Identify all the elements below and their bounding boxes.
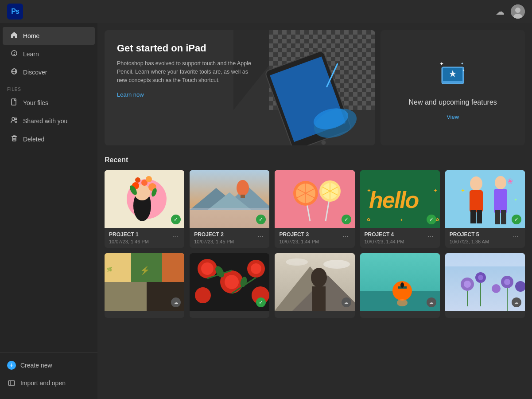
banner-main-content: Get started on iPad Photoshop has evolve… <box>117 43 252 98</box>
topbar: Ps ☁ <box>0 0 532 23</box>
project-menu-4[interactable]: ··· <box>426 231 435 241</box>
project-card-8[interactable]: ☁ <box>275 253 354 318</box>
project-check-5: ✓ <box>512 215 521 224</box>
sidebar-item-home[interactable]: Home <box>3 27 95 45</box>
svg-text:✦: ✦ <box>400 218 403 222</box>
project-card-9[interactable]: ☁ <box>360 253 440 318</box>
svg-rect-111 <box>312 286 326 311</box>
home-label: Home <box>23 32 39 39</box>
your-files-label: Your files <box>23 99 48 106</box>
svg-point-100 <box>251 263 261 274</box>
svg-text:✦: ✦ <box>461 188 465 194</box>
project-date-2: 10/07/23, 1:45 PM <box>194 239 234 244</box>
project-name-2: PROJECT 2 <box>194 231 234 238</box>
project-card-6[interactable]: 🌿 ⚡ ☁ <box>105 253 184 318</box>
project-menu-5[interactable]: ··· <box>511 231 520 241</box>
project-card-1[interactable]: ✓ PROJECT 1 10/07/23, 1:46 PM ··· <box>105 170 184 248</box>
banners: Get started on iPad Photoshop has evolve… <box>105 30 525 145</box>
file-icon <box>10 98 19 107</box>
svg-point-51 <box>237 180 249 196</box>
sidebar-item-your-files[interactable]: Your files <box>3 94 95 112</box>
svg-text:✦: ✦ <box>367 188 371 194</box>
svg-text:🌿: 🌿 <box>107 266 113 272</box>
sidebar-item-deleted[interactable]: Deleted <box>3 130 95 148</box>
avatar[interactable] <box>511 4 525 19</box>
project-cloud-badge-8: ☁ <box>342 297 351 307</box>
svg-point-44 <box>146 176 152 182</box>
project-name-3: PROJECT 3 <box>279 231 319 238</box>
project-info-2: PROJECT 2 10/07/23, 1:45 PM ··· <box>190 228 269 248</box>
create-new-button[interactable]: + Create new <box>0 356 97 374</box>
project-card-3[interactable]: ✓ PROJECT 3 10/07/23, 1:44 PM ··· <box>275 170 354 248</box>
main-layout: Home Learn Discover FILES Your files <box>0 23 532 399</box>
project-card-10[interactable]: ☁ <box>445 253 525 318</box>
project-cloud-badge-10: ☁ <box>512 297 521 307</box>
project-card-2[interactable]: ✓ PROJECT 2 10/07/23, 1:45 PM ··· <box>190 170 269 248</box>
svg-point-75 <box>470 176 482 191</box>
sidebar-nav: Home Learn Discover FILES Your files <box>0 27 97 352</box>
svg-rect-132 <box>445 253 525 266</box>
project-card-7[interactable]: ✓ <box>190 253 269 318</box>
svg-point-112 <box>323 260 350 269</box>
svg-rect-76 <box>470 190 483 212</box>
sidebar: Home Learn Discover FILES Your files <box>0 23 97 399</box>
svg-point-10 <box>12 117 15 120</box>
deleted-label: Deleted <box>23 136 44 143</box>
features-banner[interactable]: ✦ ✦ ✦ New and upcoming features View <box>381 30 525 145</box>
shared-icon <box>10 117 19 125</box>
features-title: New and upcoming features <box>409 98 497 106</box>
sidebar-item-shared-with-you[interactable]: Shared with you <box>3 112 95 130</box>
project-menu-3[interactable]: ··· <box>341 231 350 241</box>
project-card-4[interactable]: hello ✦ ✦ ✿ ✿ ✦ ✓ PROJECT 4 <box>360 170 440 248</box>
svg-rect-82 <box>501 210 506 224</box>
cloud-sync-icon[interactable]: ☁ <box>496 6 505 17</box>
import-and-open-button[interactable]: Import and open <box>0 374 97 392</box>
project-thumbnail-9: ☁ <box>360 253 440 311</box>
import-icon <box>7 379 16 387</box>
get-started-banner[interactable]: Get started on iPad Photoshop has evolve… <box>105 30 375 145</box>
svg-rect-80 <box>494 189 507 213</box>
sidebar-bottom: + Create new Import and open <box>0 352 97 395</box>
project-date-3: 10/07/23, 1:44 PM <box>279 239 319 244</box>
svg-point-96 <box>201 262 214 275</box>
project-info-6 <box>105 311 184 318</box>
topbar-right: ☁ <box>496 4 525 19</box>
svg-rect-78 <box>477 210 482 223</box>
learn-now-link[interactable]: Learn now <box>117 91 144 98</box>
view-features-link[interactable]: View <box>447 113 459 120</box>
project-details-3: PROJECT 3 10/07/23, 1:44 PM <box>279 231 319 244</box>
sidebar-item-discover[interactable]: Discover <box>3 63 95 81</box>
project-thumbnail-5: ❀ ✦ ✦ ✓ <box>445 170 525 228</box>
svg-rect-81 <box>495 210 500 224</box>
learn-label: Learn <box>23 51 39 58</box>
project-menu-1[interactable]: ··· <box>171 231 180 241</box>
project-date-4: 10/07/23, 1:44 PM <box>365 239 404 244</box>
projects-grid-row2: 🌿 ⚡ ☁ <box>105 253 525 318</box>
create-new-icon: + <box>7 361 16 370</box>
banner-description: Photoshop has evolved to support touch a… <box>117 59 252 84</box>
svg-rect-9 <box>12 99 16 105</box>
project-card-5[interactable]: ❀ ✦ ✦ ✓ PROJECT 5 10/07/23, 1:36 AM ··· <box>445 170 525 248</box>
project-info-3: PROJECT 3 10/07/23, 1:44 PM ··· <box>275 228 354 248</box>
recent-section: Recent <box>105 156 525 318</box>
svg-point-124 <box>478 275 483 280</box>
svg-text:✦: ✦ <box>439 61 444 67</box>
svg-point-101 <box>195 287 211 303</box>
project-check-3: ✓ <box>342 215 351 224</box>
topbar-left: Ps <box>7 4 23 20</box>
projects-grid-row1: ✓ PROJECT 1 10/07/23, 1:46 PM ··· <box>105 170 525 248</box>
project-info-8 <box>275 311 354 318</box>
svg-point-43 <box>135 177 140 183</box>
project-thumbnail-7: ✓ <box>190 253 269 311</box>
project-name-4: PROJECT 4 <box>365 231 404 238</box>
svg-text:✦: ✦ <box>462 69 465 72</box>
files-section-label: FILES <box>0 82 97 94</box>
sidebar-item-learn[interactable]: Learn <box>3 45 95 63</box>
project-thumbnail-1: ✓ <box>105 170 184 228</box>
svg-text:❀: ❀ <box>507 177 513 185</box>
svg-text:✿: ✿ <box>367 217 370 222</box>
learn-icon <box>10 50 19 59</box>
svg-rect-77 <box>470 210 476 223</box>
project-menu-2[interactable]: ··· <box>256 231 265 241</box>
svg-rect-89 <box>162 253 184 282</box>
